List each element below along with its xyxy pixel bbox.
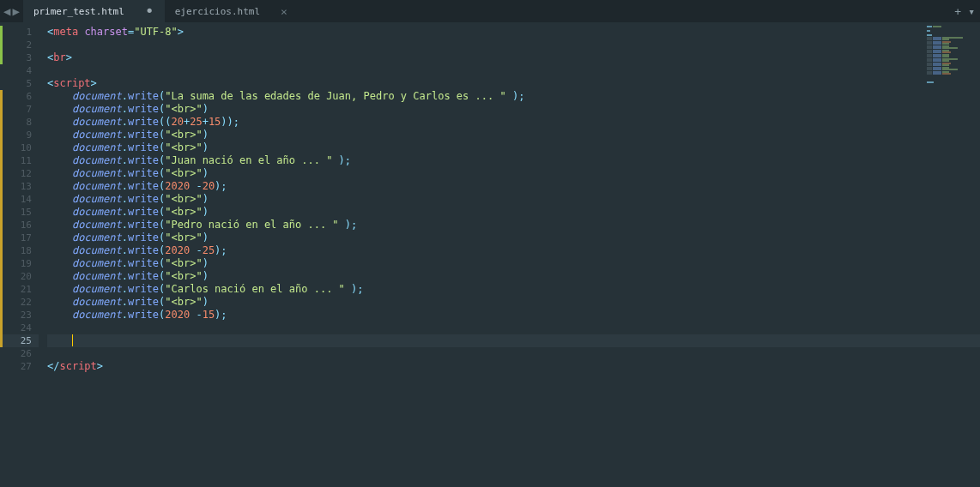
tab-bar-actions: + ▾ [954,0,975,22]
close-icon[interactable]: × [281,5,287,18]
code-content[interactable]: <meta charset="UTF-8"><br><script> docum… [39,22,980,487]
nav-forward-icon[interactable]: ▶ [12,4,19,18]
tab-bar: ◀ ▶ primer_test.html • ejercicios.html ×… [0,0,980,22]
tab-menu-icon[interactable]: ▾ [968,5,975,18]
nav-back-icon[interactable]: ◀ [3,4,10,18]
tab-ejercicios[interactable]: ejercicios.html × [165,0,298,22]
tab-label: ejercicios.html [175,6,260,17]
line-gutter: 1234567891011121314151617181920212223242… [3,22,39,487]
tab-nav: ◀ ▶ [0,0,23,22]
tab-label: primer_test.html [33,6,124,17]
tab-primer-test[interactable]: primer_test.html • [23,0,165,22]
editor-area: 1234567891011121314151617181920212223242… [0,22,980,487]
new-tab-icon[interactable]: + [954,5,961,18]
